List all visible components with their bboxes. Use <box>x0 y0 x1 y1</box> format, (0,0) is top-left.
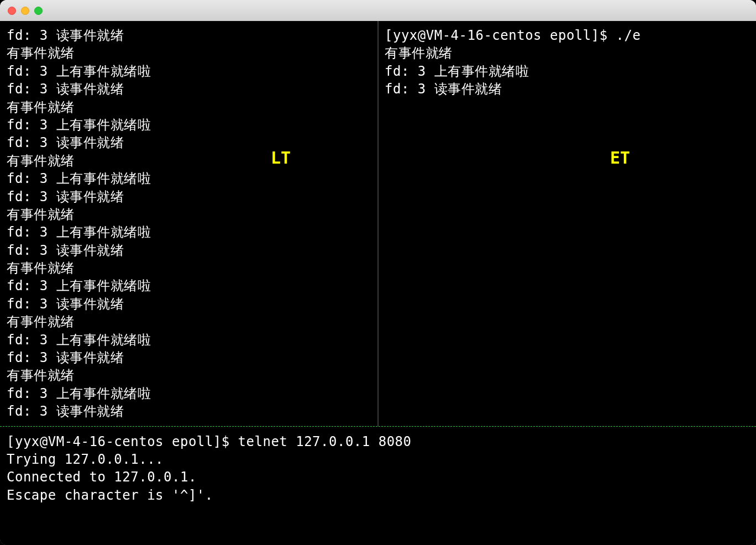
terminal-line: [yyx@VM-4-16-centos epoll]$ telnet 127.0… <box>7 433 749 450</box>
window-titlebar[interactable] <box>0 0 756 21</box>
terminal-line: fd: 3 上有事件就绪啦 <box>7 170 371 187</box>
terminal-line: 有事件就绪 <box>385 44 749 62</box>
terminal-line: fd: 3 上有事件就绪啦 <box>7 331 371 349</box>
terminal-line: fd: 3 上有事件就绪啦 <box>7 277 371 295</box>
terminal-line: fd: 3 读事件就绪 <box>7 188 371 206</box>
terminal-line: fd: 3 上有事件就绪啦 <box>7 223 371 241</box>
terminal-line: Trying 127.0.0.1... <box>7 450 749 468</box>
vertical-split-divider[interactable] <box>378 21 379 426</box>
maximize-icon[interactable] <box>34 7 43 15</box>
terminal-line: fd: 3 读事件就绪 <box>7 402 371 420</box>
pane-left[interactable]: LT fd: 3 读事件就绪 有事件就绪 fd: 3 上有事件就绪啦 fd: 3… <box>0 21 378 426</box>
terminal-line: fd: 3 读事件就绪 <box>7 295 371 313</box>
minimize-icon[interactable] <box>21 7 29 15</box>
top-panes: LT fd: 3 读事件就绪 有事件就绪 fd: 3 上有事件就绪啦 fd: 3… <box>0 21 756 426</box>
terminal-window: LT fd: 3 读事件就绪 有事件就绪 fd: 3 上有事件就绪啦 fd: 3… <box>0 0 756 545</box>
close-icon[interactable] <box>8 7 16 15</box>
terminal-line: fd: 3 读事件就绪 <box>7 242 371 259</box>
terminal-line: fd: 3 读事件就绪 <box>7 349 371 366</box>
terminal-line: fd: 3 上有事件就绪啦 <box>7 62 371 80</box>
terminal-line: fd: 3 读事件就绪 <box>7 27 371 44</box>
terminal-line: 有事件就绪 <box>7 44 371 62</box>
terminal-body: LT fd: 3 读事件就绪 有事件就绪 fd: 3 上有事件就绪啦 fd: 3… <box>0 21 756 545</box>
terminal-line: fd: 3 上有事件就绪啦 <box>7 385 371 402</box>
terminal-line: fd: 3 读事件就绪 <box>7 80 371 98</box>
label-lt: LT <box>271 148 291 167</box>
pane-bottom[interactable]: [yyx@VM-4-16-centos epoll]$ telnet 127.0… <box>0 427 756 545</box>
terminal-line: 有事件就绪 <box>7 206 371 223</box>
terminal-line: 有事件就绪 <box>7 313 371 331</box>
terminal-line: 有事件就绪 <box>7 98 371 116</box>
terminal-line: fd: 3 读事件就绪 <box>7 134 371 151</box>
terminal-line: Connected to 127.0.0.1. <box>7 468 749 486</box>
pane-right[interactable]: ET [yyx@VM-4-16-centos epoll]$ ./e 有事件就绪… <box>378 21 756 426</box>
terminal-line: Escape character is '^]'. <box>7 486 749 504</box>
terminal-line: fd: 3 读事件就绪 <box>385 80 749 98</box>
terminal-line: 有事件就绪 <box>7 152 371 170</box>
terminal-line: [yyx@VM-4-16-centos epoll]$ ./e <box>385 27 749 44</box>
label-et: ET <box>610 148 630 167</box>
terminal-line: fd: 3 上有事件就绪啦 <box>7 116 371 134</box>
terminal-line: fd: 3 上有事件就绪啦 <box>385 62 749 80</box>
terminal-line: 有事件就绪 <box>7 366 371 384</box>
terminal-line: 有事件就绪 <box>7 259 371 277</box>
